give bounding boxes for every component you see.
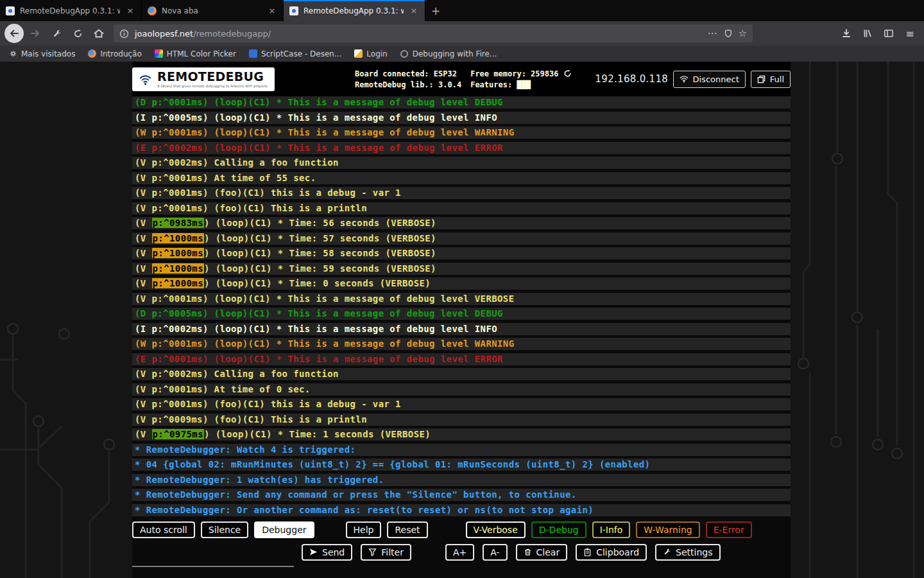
site-info-icon[interactable] — [119, 29, 129, 39]
log-line: (V p:^1000ms) (loop)(C1) * Time: 59 seco… — [132, 263, 791, 275]
send-button[interactable]: Send — [302, 544, 352, 561]
bookmark-label: Introdução — [100, 49, 141, 58]
features-label: Features: ███ — [470, 80, 572, 89]
bookmark-label: ScriptCase - Desen... — [261, 49, 341, 58]
board-connected-label: Board connected: ESP32 — [355, 69, 461, 78]
filter-label: Filter — [381, 547, 404, 557]
log-line: (D p:^0005ms) (loop)(C1) * This is a mes… — [132, 308, 791, 320]
log-line: (V p:^0001ms) (loop)(C1) * This is a mes… — [132, 293, 791, 305]
log-line: (V p:^0983ms) (loop)(C1) * Time: 56 seco… — [132, 217, 791, 229]
menu-button[interactable]: ≡ — [900, 24, 920, 43]
reset-button[interactable]: Reset — [387, 521, 427, 538]
log-line: (D p:^0001ms) (loop)(C1) * This is a mes… — [132, 96, 791, 109]
error-level-button[interactable]: E-Error — [706, 521, 752, 538]
font-increase-button[interactable]: A+ — [445, 544, 474, 561]
log-line: (W p:^0001ms) (loop)(C1) * This is a mes… — [132, 338, 791, 350]
bookmark-item[interactable]: Mais visitados — [9, 49, 75, 58]
log-line: (W p:^0001ms) (loop)(C1) * This is a mes… — [132, 127, 791, 139]
elapsed-time-highlight: p:^1000ms — [152, 248, 204, 258]
warning-level-button[interactable]: W-Warning — [636, 521, 699, 538]
bookmark-item[interactable]: HTML Color Picker — [155, 49, 236, 58]
refresh-icon[interactable] — [563, 69, 572, 78]
window-icon — [757, 75, 766, 83]
log-line: (V p:^0001ms) At time of 0 sec. — [132, 383, 791, 396]
log-line: (V p:^0001ms) (foo)(C1) this is a debug … — [132, 187, 791, 199]
clear-button[interactable]: Clear — [516, 544, 568, 561]
filter-icon — [368, 548, 377, 556]
bookmark-item[interactable]: Login — [354, 49, 387, 58]
log-line: * RemoteDebugger: Or another command as:… — [132, 504, 791, 516]
bookmark-item[interactable]: ScriptCase - Desen... — [249, 49, 341, 58]
tab-close-icon[interactable]: × — [267, 6, 277, 16]
disconnect-button[interactable]: Disconnect — [673, 71, 746, 88]
log-line: (V p:^1000ms) (loop)(C1) * Time: 58 seco… — [132, 247, 791, 259]
bookmarks-bar: Mais visitadosIntroduçãoHTML Color Picke… — [0, 46, 924, 62]
log-line: (V p:^0001ms) At time of 55 sec. — [132, 172, 791, 184]
forward-button[interactable] — [26, 24, 45, 43]
browser-tab[interactable]: RemoteDebugApp 0.3.1: web a× — [284, 0, 425, 21]
elapsed-time-highlight: p:^1000ms — [152, 278, 204, 288]
verbose-level-button[interactable]: V-Verbose — [466, 521, 526, 538]
sidebar-icon[interactable] — [879, 24, 898, 43]
info-level-button[interactable]: I-Info — [592, 521, 631, 538]
tab-bar: RemoteDebugApp 0.3.1: web a×Nova aba×Rem… — [0, 0, 924, 21]
log-line: (V p:^1000ms) (loop)(C1) * Time: 57 seco… — [132, 232, 791, 245]
divider — [132, 566, 294, 567]
browser-tab[interactable]: Nova aba× — [142, 0, 284, 21]
log-line: * RemoteDebugger: 1 watch(es) has trigge… — [132, 474, 791, 486]
trash-icon — [524, 548, 532, 556]
send-icon — [309, 548, 318, 556]
ip-address: 192.168.0.118 — [595, 73, 668, 85]
log-line: * RemoteDebugger: Send any command or pr… — [132, 489, 791, 501]
remotedebug-favicon-icon — [6, 6, 15, 15]
log-area[interactable]: (D p:^0001ms) (loop)(C1) * This is a mes… — [132, 96, 791, 516]
auto-scroll-button[interactable]: Auto scroll — [132, 521, 195, 538]
url-path: /remotedebugapp/ — [193, 29, 271, 39]
free-memory-label: Free memory: 259836 — [470, 69, 572, 78]
font-decrease-button[interactable]: A- — [483, 544, 507, 561]
download-icon[interactable] — [837, 24, 856, 43]
debugger-button[interactable]: Debugger — [254, 521, 314, 538]
gear-icon — [9, 49, 17, 58]
reload-button[interactable] — [68, 24, 87, 43]
elapsed-time-highlight: p:^1000ms — [152, 233, 204, 243]
page-actions-icon[interactable]: ⋯ — [708, 29, 718, 39]
shield-icon[interactable] — [724, 29, 733, 38]
settings-label: Settings — [676, 547, 712, 557]
wifi-icon — [680, 74, 689, 83]
full-button[interactable]: Full — [751, 71, 791, 88]
bookmark-label: Debugging with Fire... — [413, 49, 497, 58]
remotedebug-favicon-icon — [289, 6, 298, 15]
back-button[interactable] — [4, 24, 24, 43]
help-button[interactable]: Help — [346, 521, 382, 538]
url-bar[interactable]: joaolopesf.net /remotedebugapp/ ⋯ ☆ — [114, 24, 753, 42]
silence-button[interactable]: Silence — [201, 521, 248, 538]
new-tab-button[interactable]: + — [425, 0, 446, 21]
bookmark-star-icon[interactable]: ☆ — [739, 29, 747, 39]
filter-button[interactable]: Filter — [361, 544, 411, 561]
browser-tab[interactable]: RemoteDebugApp 0.3.1: web a× — [0, 0, 142, 21]
debug-level-button[interactable]: D-Debug — [531, 521, 586, 538]
log-line: (V p:^0002ms) Calling a foo function — [132, 368, 791, 380]
tab-strip: RemoteDebugApp 0.3.1: web a×Nova aba×Rem… — [0, 0, 425, 21]
elapsed-time-highlight: p:^0975ms — [152, 429, 204, 439]
home-button[interactable] — [89, 24, 108, 43]
ring-icon — [400, 49, 409, 58]
tab-close-icon[interactable]: × — [409, 6, 419, 16]
scriptcase-icon — [249, 49, 257, 58]
clear-label: Clear — [536, 547, 560, 557]
log-line: (V p:^0001ms) (foo)(C1) This is a printl… — [132, 202, 791, 215]
clipboard-button[interactable]: Clipboard — [576, 544, 647, 561]
library-icon[interactable] — [858, 24, 877, 43]
bookmark-item[interactable]: Debugging with Fire... — [400, 49, 497, 58]
firefox-favicon-icon — [148, 6, 157, 15]
bookmark-label: Mais visitados — [21, 49, 75, 58]
wrench-icon[interactable] — [47, 24, 66, 43]
login-icon — [354, 49, 363, 58]
tab-close-icon[interactable]: × — [125, 6, 135, 16]
settings-button[interactable]: Settings — [655, 544, 720, 561]
log-line: (I p:^0005ms) (loop)(C1) * This is a mes… — [132, 112, 791, 124]
toolbar-row-2: Send Filter A+ A- Clear Clipboard Settin… — [302, 544, 791, 561]
app-header: REMOTEDEBUG A library that gives remote … — [132, 62, 791, 96]
bookmark-item[interactable]: Introdução — [88, 49, 141, 58]
